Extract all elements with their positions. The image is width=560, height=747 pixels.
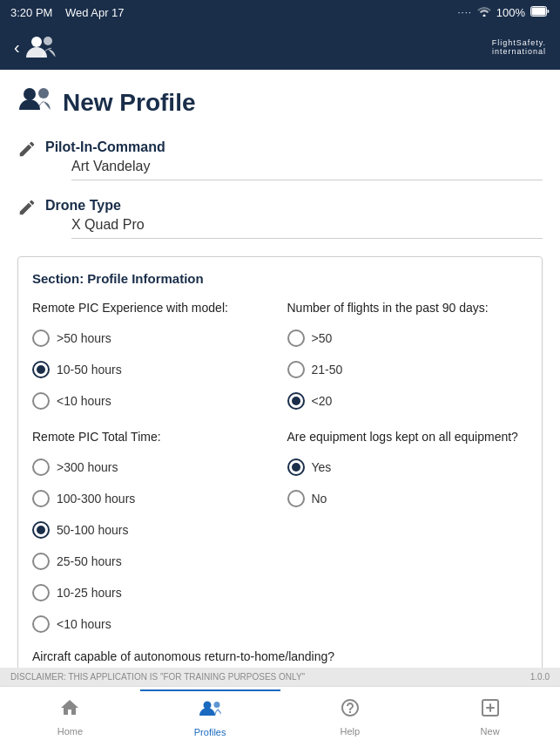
radio-label-logs-yes: Yes <box>312 460 332 474</box>
radio-flights-21-50[interactable]: 21-50 <box>287 361 529 378</box>
pencil-icon-drone <box>17 198 37 217</box>
pencil-icon-pilot <box>17 139 37 159</box>
status-bar: 3:20 PM Wed Apr 17 ···· 100% <box>0 0 560 24</box>
battery-status: 100% <box>496 6 525 19</box>
nav-profiles-label: Profiles <box>194 727 226 737</box>
svg-point-7 <box>214 702 220 708</box>
pilot-label: Pilot-In-Command <box>45 139 543 155</box>
equip-logs-label: Are equipment logs kept on all equipment… <box>287 429 529 445</box>
main-content: New Profile Pilot-In-Command Art Vandela… <box>0 70 560 668</box>
back-button[interactable]: ‹ <box>14 30 58 65</box>
equip-logs-col: Are equipment logs kept on all equipment… <box>287 429 529 638</box>
new-profile-icon <box>17 84 52 122</box>
radio-circle-total-100-300 <box>32 490 50 507</box>
radio-circle-total-lt10 <box>32 615 50 633</box>
profiles-nav-icon <box>199 698 221 724</box>
radio-label-exp-gt50: >50 hours <box>57 331 111 345</box>
radio-circle-flights-21-50 <box>287 361 305 378</box>
disclaimer-text: DISCLAIMER: THIS APPLICATION IS "FOR TRA… <box>10 672 305 682</box>
version-text: 1.0.0 <box>530 672 550 682</box>
radio-circle-logs-no <box>287 490 305 507</box>
nav-help-label: Help <box>341 726 361 737</box>
total-time-col: Remote PIC Total Time: >300 hours 100-30… <box>32 429 273 638</box>
radio-exp-10-50[interactable]: 10-50 hours <box>32 361 273 378</box>
radio-total-10-25[interactable]: 10-25 hours <box>32 584 273 601</box>
radio-label-exp-lt10: <10 hours <box>57 394 111 408</box>
pilot-field-section: Pilot-In-Command Art Vandelay <box>17 139 543 180</box>
radio-total-25-50[interactable]: 25-50 hours <box>32 553 273 570</box>
header-left: ‹ <box>14 30 58 65</box>
svg-point-4 <box>24 88 36 100</box>
svg-point-3 <box>44 37 52 45</box>
app-header: ‹ FlightSafety. international <box>0 24 560 70</box>
nav-home[interactable]: Home <box>0 690 140 744</box>
radio-label-total-25-50: 25-50 hours <box>57 554 122 568</box>
radio-flights-gt50[interactable]: >50 <box>287 329 529 347</box>
radio-circle-exp-10-50 <box>32 361 50 378</box>
radio-logs-yes[interactable]: Yes <box>287 458 529 476</box>
battery-icon <box>530 6 550 19</box>
radio-circle-flights-lt20 <box>287 392 305 410</box>
flights-label: Number of flights in the past 90 days: <box>287 300 529 316</box>
drone-field-col: Drone Type X Quad Pro <box>45 198 543 239</box>
wifi-icon <box>477 6 491 19</box>
bottom-question-text: Aircraft capable of autonomous return-to… <box>32 649 528 666</box>
chevron-left-icon: ‹ <box>14 37 20 58</box>
radio-label-total-gt300: >300 hours <box>57 460 118 474</box>
svg-point-5 <box>38 88 49 98</box>
radio-label-total-lt10: <10 hours <box>57 617 111 631</box>
new-icon <box>480 697 501 723</box>
radio-total-lt10[interactable]: <10 hours <box>32 615 273 633</box>
radio-label-total-50-100: 50-100 hours <box>57 523 129 537</box>
section-title: Section: Profile Information <box>32 271 528 286</box>
radio-circle-logs-yes <box>287 458 305 476</box>
radio-flights-lt20[interactable]: <20 <box>287 392 529 410</box>
bottom-nav: Home Profiles Help New <box>0 686 560 747</box>
nav-home-label: Home <box>57 726 83 737</box>
drone-value: X Quad Pro <box>71 217 543 239</box>
nav-new-label: New <box>481 726 500 737</box>
svg-rect-1 <box>532 7 546 15</box>
help-icon <box>340 697 361 723</box>
radio-exp-lt10[interactable]: <10 hours <box>32 392 273 410</box>
radio-label-total-10-25: 10-25 hours <box>57 586 122 600</box>
disclaimer-bar: DISCLAIMER: THIS APPLICATION IS "FOR TRA… <box>0 668 560 686</box>
page-title-row: New Profile <box>17 84 543 122</box>
drone-field-row: Drone Type X Quad Pro <box>17 198 543 239</box>
radio-total-50-100[interactable]: 50-100 hours <box>32 521 273 539</box>
app-logo: FlightSafety. international <box>492 38 546 56</box>
pic-experience-col: Remote PIC Experience with model: >50 ho… <box>32 300 273 415</box>
radio-total-gt300[interactable]: >300 hours <box>32 458 273 476</box>
home-icon <box>59 697 80 723</box>
radio-label-logs-no: No <box>312 492 327 506</box>
radio-circle-total-gt300 <box>32 458 50 476</box>
radio-label-flights-21-50: 21-50 <box>312 363 343 377</box>
drone-field-section: Drone Type X Quad Pro <box>17 198 543 239</box>
radio-label-flights-lt20: <20 <box>312 394 333 408</box>
radio-logs-no[interactable]: No <box>287 490 529 507</box>
nav-help[interactable]: Help <box>280 690 421 744</box>
radio-label-flights-gt50: >50 <box>312 331 333 345</box>
radio-total-100-300[interactable]: 100-300 hours <box>32 490 273 507</box>
pilot-field-col: Pilot-In-Command Art Vandelay <box>45 139 543 180</box>
nav-new[interactable]: New <box>420 690 560 744</box>
radio-label-total-100-300: 100-300 hours <box>57 492 135 506</box>
radio-circle-exp-lt10 <box>32 392 50 410</box>
svg-point-2 <box>31 37 42 47</box>
profile-info-section: Section: Profile Information Remote PIC … <box>17 256 543 668</box>
radio-circle-total-10-25 <box>32 584 50 601</box>
status-time-date: 3:20 PM Wed Apr 17 <box>10 6 125 19</box>
radio-exp-gt50[interactable]: >50 hours <box>32 329 273 347</box>
total-time-label: Remote PIC Total Time: <box>32 429 273 445</box>
radio-circle-flights-gt50 <box>287 329 305 347</box>
nav-profiles[interactable]: Profiles <box>140 689 280 744</box>
radio-circle-exp-gt50 <box>32 329 50 347</box>
pic-experience-label: Remote PIC Experience with model: <box>32 300 273 316</box>
pilot-field-row: Pilot-In-Command Art Vandelay <box>17 139 543 180</box>
radio-circle-total-50-100 <box>32 521 50 539</box>
status-indicators: ···· 100% <box>458 6 550 19</box>
profiles-icon <box>24 30 58 65</box>
pilot-value: Art Vandelay <box>71 159 543 180</box>
drone-label: Drone Type <box>45 198 543 214</box>
radio-label-exp-10-50: 10-50 hours <box>57 363 122 377</box>
